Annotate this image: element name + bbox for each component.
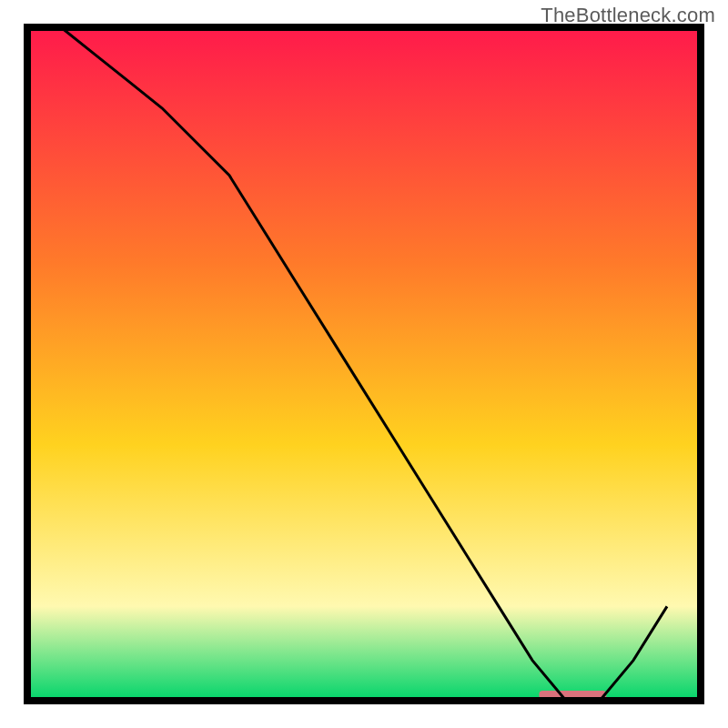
bottleneck-chart xyxy=(0,0,728,728)
plot-area xyxy=(27,27,701,701)
chart-container: TheBottleneck.com xyxy=(0,0,728,728)
gradient-background xyxy=(27,27,701,701)
